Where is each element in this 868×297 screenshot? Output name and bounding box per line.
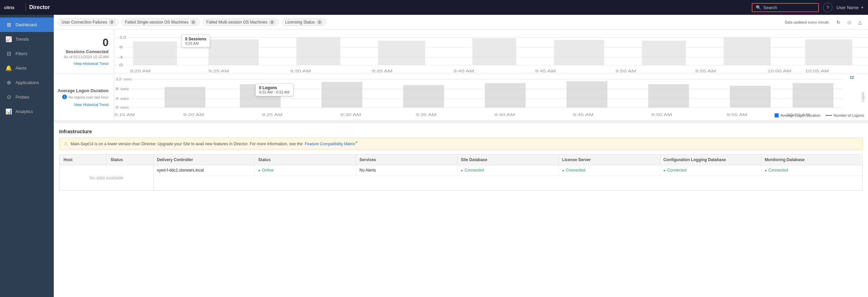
dashboard-icon: ⊞ — [5, 22, 12, 28]
infra-warning-text: Main-Sept14 is on a lower version than D… — [70, 141, 358, 146]
filter-chip-fssm[interactable]: Failed Single-session OS Machines 0 — [121, 19, 200, 26]
svg-text:8 sec: 8 sec — [116, 87, 129, 91]
legend-avg-logon-label: Average Logon Duration — [780, 113, 820, 117]
monitor-db-text: Connected — [769, 168, 788, 173]
sessions-chart-row: 0 Sessions Connected As of 01/11/2024 10… — [54, 30, 868, 73]
svg-rect-36 — [165, 87, 205, 108]
sessions-sub-text: As of 01/11/2024 10:15 AM — [64, 55, 108, 59]
help-button[interactable]: ? — [823, 3, 832, 12]
svg-rect-17 — [805, 39, 852, 65]
svg-text:4: 4 — [119, 55, 123, 59]
top-nav: citrix Director 🔍 Search ? User Name ▼ — [0, 0, 868, 15]
probes-icon: ⊙ — [5, 94, 12, 100]
logon-chart-legend: Average Logon Duration Number of Logons — [775, 113, 864, 117]
dc-status: ● Online — [255, 165, 356, 175]
citrix-wordmark-icon: citrix — [4, 4, 22, 11]
svg-rect-39 — [403, 85, 444, 108]
host-table: Host Status No data available — [60, 155, 154, 190]
svg-text:9:45 AM: 9:45 AM — [572, 113, 593, 117]
th-host: Host — [60, 155, 106, 165]
info-icon[interactable]: i — [62, 94, 67, 99]
th-dc: Delivery Controller — [154, 155, 255, 165]
search-box[interactable]: 🔍 Search — [752, 3, 819, 12]
svg-text:9:55 AM: 9:55 AM — [726, 113, 747, 117]
svg-text:10:05 AM: 10:05 AM — [805, 69, 829, 73]
sidebar-item-analytics[interactable]: 📊 Analytics — [0, 104, 54, 119]
svg-rect-43 — [730, 86, 771, 108]
dc-row-1: syed-f-ddc1.starwars.local ● Online No A… — [154, 165, 862, 176]
sidebar-item-filters[interactable]: ⊟ Filters — [0, 47, 54, 61]
dc-site-db: ● Connected — [457, 165, 558, 175]
svg-text:9:40 AM: 9:40 AM — [453, 69, 474, 73]
user-name: User Name — [836, 5, 859, 10]
filter-ucf-label: User Connection Failures — [62, 20, 107, 25]
feature-compat-link[interactable]: Feature Compatibility Matrix — [305, 142, 355, 146]
logon-trend-link[interactable]: View Historical Trend — [74, 102, 108, 107]
trends-icon: 📈 — [5, 36, 12, 42]
svg-text:citrix: citrix — [4, 5, 15, 10]
site-db-dot: ● — [461, 169, 463, 172]
config-db-text: Connected — [667, 168, 686, 173]
sessions-chart-area: 0 Sessions 9:25 AM 12 8 4 0 — [114, 30, 868, 73]
logon-label: Average Logon Duration — [58, 88, 108, 93]
data-update-label: Data updated every minute — [785, 20, 829, 24]
alert-triangle-icon[interactable]: △ — [856, 18, 864, 26]
sidebar-item-alerts[interactable]: 🔔 Alerts — [0, 61, 54, 75]
infrastructure-section: Infrastructure ⚠ Main-Sept14 is on a low… — [54, 123, 868, 297]
th-monitor-db: Monitoring Database — [762, 155, 862, 165]
th-config-db: Configuration Logging Database — [660, 155, 761, 165]
svg-rect-42 — [648, 84, 689, 108]
logon-chart-area: 0 Logons 9:31 AM - 9:32 AM 12 Logons — [114, 73, 868, 120]
dc-monitor-db: ● Connected — [762, 165, 862, 175]
legend-num-logons: Number of Logons — [825, 113, 864, 117]
app-title: Director — [29, 4, 50, 10]
svg-text:9:30 AM: 9:30 AM — [290, 69, 311, 73]
svg-rect-9 — [133, 41, 177, 65]
alerts-icon: 🔔 — [5, 65, 12, 71]
charts-section: 0 Sessions Connected As of 01/11/2024 10… — [54, 30, 868, 120]
filter-fmsm-count: 0 — [269, 20, 275, 25]
search-icon: 🔍 — [756, 5, 761, 10]
sidebar-item-applications[interactable]: ⊕ Applications — [0, 75, 54, 90]
user-menu[interactable]: User Name ▼ — [836, 5, 864, 10]
applications-icon: ⊕ — [5, 79, 12, 86]
th-status: Status — [106, 155, 153, 165]
sidebar-item-probes[interactable]: ⊙ Probes — [0, 90, 54, 104]
th-license: License Server — [559, 155, 660, 165]
refresh-button[interactable]: ↻ — [834, 18, 842, 26]
sidebar-item-dashboard[interactable]: ⊞ Dashboard — [0, 18, 54, 32]
filter-chip-ls[interactable]: Licensing Status 0 — [282, 19, 326, 26]
svg-text:9:25 AM: 9:25 AM — [262, 113, 283, 117]
site-db-text: Connected — [464, 168, 484, 173]
dc-table-header: Delivery Controller Status Services Site… — [154, 155, 862, 165]
svg-rect-12 — [378, 41, 425, 65]
external-link-icon: ↗ — [355, 141, 358, 144]
diamond-icon[interactable]: ◇ — [845, 18, 853, 26]
svg-rect-13 — [472, 38, 516, 65]
filter-bar: User Connection Failures 0 Failed Single… — [54, 15, 868, 30]
logon-right-value: 12 — [850, 75, 854, 79]
legend-bar-icon — [775, 113, 779, 117]
sidebar-label-probes: Probes — [16, 94, 29, 99]
filter-fmsm-label: Failed Multi-session OS Machines — [206, 20, 267, 25]
th-services: Services — [356, 155, 457, 165]
filter-chip-ucf[interactable]: User Connection Failures 0 — [58, 19, 119, 26]
sessions-trend-link[interactable]: View Historical Trend — [74, 62, 108, 66]
sidebar-label-applications: Applications — [16, 80, 39, 85]
filters-icon: ⊟ — [5, 51, 12, 57]
infra-warning-banner: ⚠ Main-Sept14 is on a lower version than… — [59, 138, 863, 150]
svg-text:9:20 AM: 9:20 AM — [184, 113, 204, 117]
svg-text:9:40 AM: 9:40 AM — [494, 113, 515, 117]
logons-axis-label: Logons — [861, 92, 865, 102]
th-site-db: Site Database — [457, 155, 558, 165]
svg-rect-11 — [297, 37, 340, 65]
svg-text:8: 8 — [119, 45, 123, 50]
sidebar-label-dashboard: Dashboard — [16, 22, 37, 27]
filter-chip-fmsm[interactable]: Failed Multi-session OS Machines 0 — [203, 19, 279, 26]
filter-fssm-count: 0 — [190, 20, 196, 25]
sessions-chart-svg: 12 8 4 0 — [114, 30, 868, 73]
svg-text:9:35 AM: 9:35 AM — [416, 113, 436, 117]
svg-text:9:25 AM: 9:25 AM — [208, 69, 229, 73]
sidebar-item-trends[interactable]: 📈 Trends — [0, 32, 54, 47]
app-body: ⊞ Dashboard 📈 Trends ⊟ Filters 🔔 Alerts … — [0, 15, 868, 297]
